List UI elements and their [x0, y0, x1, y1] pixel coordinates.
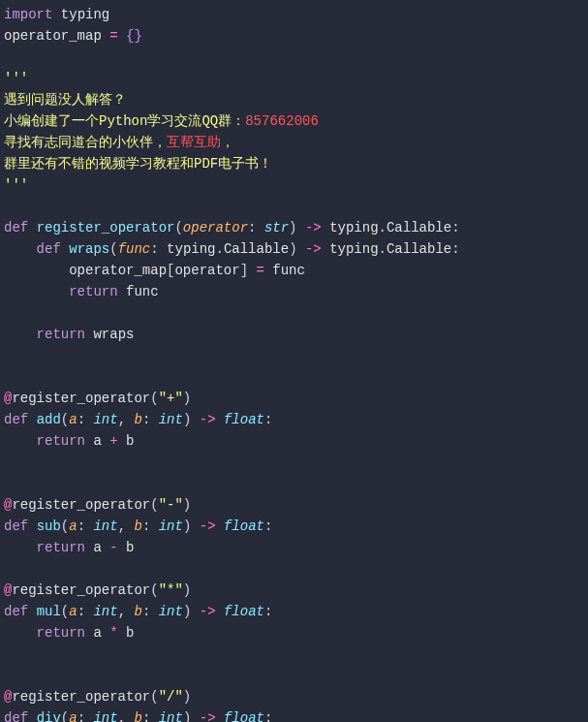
- doc-line2a: 小编创建了一个Python学习交流QQ群：: [4, 113, 245, 129]
- keyword-return: return: [37, 625, 85, 641]
- rparen: ): [289, 220, 296, 235]
- ident-b: b: [126, 540, 134, 555]
- ident-operator-map: operator_map: [4, 28, 102, 44]
- keyword-return: return: [37, 327, 85, 342]
- doc-line3a: 寻找有志同道合的小伙伴，: [4, 135, 167, 150]
- keyword-def: def: [37, 241, 61, 257]
- ident-func: func: [126, 284, 159, 299]
- colon: :: [142, 412, 159, 427]
- rparen: ): [183, 391, 191, 406]
- rparen: ): [183, 497, 191, 513]
- arrow: ->: [191, 412, 224, 427]
- colon: :: [77, 604, 94, 619]
- docstring-open: ''': [4, 71, 28, 86]
- param-a: a: [69, 710, 77, 722]
- arrow: ->: [297, 220, 330, 235]
- param-operator: operator: [183, 220, 248, 235]
- typing-mod: typing: [329, 220, 378, 235]
- comma: ,: [118, 412, 135, 427]
- rparen: ): [183, 689, 191, 705]
- ident-b: b: [126, 433, 134, 449]
- callable: Callable: [387, 241, 451, 257]
- keyword-def: def: [4, 518, 28, 534]
- lparen: (: [150, 689, 158, 705]
- colon: :: [142, 604, 159, 619]
- colon: :: [142, 710, 159, 722]
- param-a: a: [69, 412, 77, 427]
- module-typing: typing: [61, 7, 109, 22]
- typing-mod: typing: [167, 241, 215, 257]
- param-b: b: [135, 604, 142, 619]
- keyword-def: def: [4, 412, 28, 427]
- decorator-register-operator: register_operator: [12, 391, 150, 406]
- empty-dict: {}: [126, 28, 142, 44]
- type-int: int: [159, 710, 183, 722]
- keyword-import: import: [4, 7, 52, 22]
- func-div: div: [37, 710, 61, 722]
- code-block: import typing operator_map = {} ''' 遇到问题…: [0, 0, 588, 722]
- ident-a: a: [93, 540, 101, 555]
- lparen: (: [61, 710, 69, 722]
- ident-operator-map: operator_map: [69, 263, 167, 278]
- colon: :: [451, 220, 459, 235]
- string-plus: "+": [159, 391, 183, 406]
- decorator-register-operator: register_operator: [12, 497, 150, 513]
- string-slash: "/": [159, 689, 183, 705]
- keyword-def: def: [4, 710, 28, 722]
- colon: :: [77, 518, 94, 534]
- colon: :: [248, 220, 264, 235]
- dot: .: [379, 241, 387, 257]
- assign-op: =: [248, 263, 272, 278]
- dot: .: [379, 220, 387, 235]
- decorator-register-operator: register_operator: [12, 582, 150, 598]
- typing-mod: typing: [329, 241, 378, 257]
- comma: ,: [118, 604, 135, 619]
- op-star: *: [102, 625, 126, 641]
- decorator-register-operator: register_operator: [12, 689, 150, 705]
- colon: :: [150, 241, 167, 257]
- ident-wraps: wraps: [93, 327, 134, 342]
- colon: :: [264, 604, 272, 619]
- doc-line2b: 857662006: [245, 113, 319, 129]
- arrow: ->: [191, 604, 224, 619]
- assign-op: =: [102, 28, 126, 44]
- type-str: str: [264, 220, 289, 235]
- op-plus: +: [102, 433, 126, 449]
- type-int: int: [159, 518, 183, 534]
- ident-b: b: [126, 625, 134, 641]
- lparen: (: [109, 241, 117, 257]
- op-minus: -: [102, 540, 126, 555]
- type-int: int: [93, 518, 117, 534]
- keyword-return: return: [69, 284, 117, 299]
- rparen: ): [183, 582, 191, 598]
- colon: :: [142, 518, 159, 534]
- type-float: float: [224, 710, 264, 722]
- doc-line4: 群里还有不错的视频学习教程和PDF电子书！: [4, 156, 272, 172]
- string-star: "*": [159, 582, 183, 598]
- keyword-def: def: [4, 220, 28, 235]
- colon: :: [264, 710, 272, 722]
- keyword-return: return: [37, 433, 85, 449]
- keyword-def: def: [4, 604, 28, 619]
- ident-operator: operator: [174, 263, 239, 278]
- type-int: int: [159, 412, 183, 427]
- type-int: int: [93, 604, 117, 619]
- colon: :: [77, 710, 94, 722]
- dot: .: [216, 241, 224, 257]
- comma: ,: [118, 710, 135, 722]
- type-float: float: [224, 604, 264, 619]
- string-minus: "-": [159, 497, 183, 513]
- type-int: int: [159, 604, 183, 619]
- lparen: (: [61, 604, 69, 619]
- func-register-operator: register_operator: [37, 220, 175, 235]
- doc-line1: 遇到问题没人解答？: [4, 92, 126, 108]
- param-b: b: [135, 412, 142, 427]
- colon: :: [451, 241, 459, 257]
- lparen: (: [61, 518, 69, 534]
- doc-line3b: 互帮互助: [167, 135, 221, 150]
- type-int: int: [93, 412, 117, 427]
- rbracket: ]: [240, 263, 248, 278]
- arrow: ->: [297, 241, 330, 257]
- type-int: int: [93, 710, 117, 722]
- keyword-return: return: [37, 540, 85, 555]
